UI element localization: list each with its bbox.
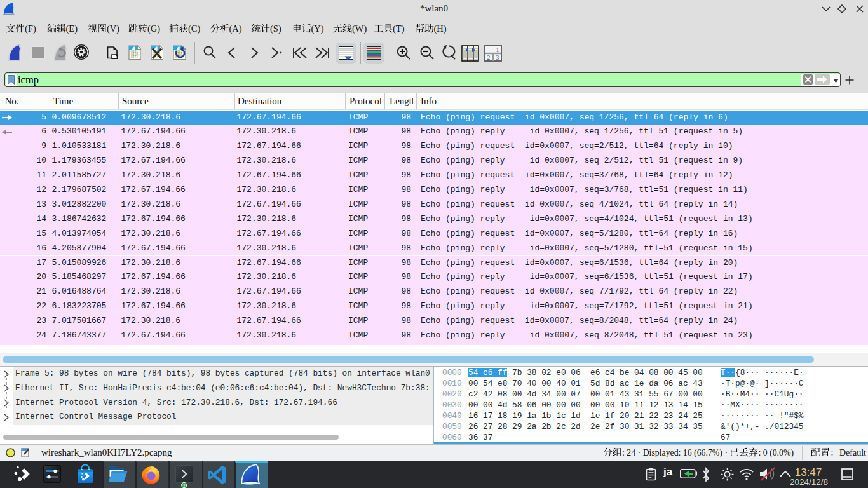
svg-text:0111: 0111 (131, 56, 138, 59)
svg-text:2: 2 (487, 55, 491, 61)
svg-text:3: 3 (496, 55, 499, 61)
svg-text:1: 1 (496, 47, 499, 53)
